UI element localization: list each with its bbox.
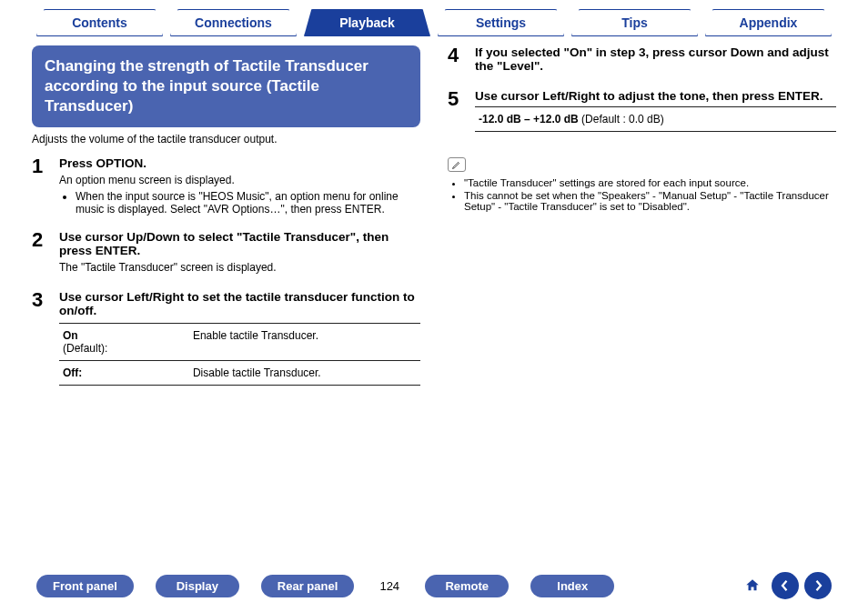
range-value: -12.0 dB – +12.0 dB: [479, 113, 579, 125]
nav-icons: [739, 572, 832, 599]
step-title: Use cursor Up/Down to select "Tactile Tr…: [59, 230, 420, 257]
step-bullet: When the input source is "HEOS Music", a…: [76, 190, 420, 216]
prev-icon[interactable]: [772, 572, 799, 599]
page-number: 124: [376, 579, 403, 593]
next-icon[interactable]: [804, 572, 832, 599]
range-default: (Default : 0.0 dB): [579, 113, 664, 125]
table-row: Off: Disable tactile Transducer.: [59, 361, 420, 386]
front-panel-button[interactable]: Front panel: [36, 575, 134, 597]
step-title: Press OPTION.: [59, 156, 420, 170]
left-column: Changing the strength of Tactile Transdu…: [32, 45, 420, 398]
step-5: 5 Use cursor Left/Right to adjust the to…: [448, 89, 836, 132]
pencil-icon: [448, 157, 466, 172]
step-title: If you selected "On" in step 3, press cu…: [475, 45, 836, 73]
step-subtext: An option menu screen is displayed.: [59, 174, 420, 186]
remote-button[interactable]: Remote: [425, 575, 509, 597]
option-off-desc: Disable tactile Transducer.: [189, 361, 420, 386]
step-number: 4: [448, 45, 464, 76]
section-title: Changing the strength of Tactile Transdu…: [32, 45, 420, 127]
right-column: 4 If you selected "On" in step 3, press …: [448, 45, 836, 398]
step-title: Use cursor Left/Right to adjust the tone…: [475, 89, 836, 103]
tab-tips[interactable]: Tips: [571, 9, 698, 36]
step-number: 1: [32, 156, 48, 217]
step-subtext: The "Tactile Transducer" screen is displ…: [59, 261, 420, 274]
note-item: This cannot be set when the "Speakers" -…: [464, 190, 836, 212]
option-on-desc: Enable tactile Transducer.: [189, 324, 420, 361]
display-button[interactable]: Display: [156, 575, 239, 597]
rear-panel-button[interactable]: Rear panel: [261, 575, 354, 597]
tab-contents[interactable]: Contents: [36, 9, 163, 36]
index-button[interactable]: Index: [530, 575, 614, 597]
section-subtitle: Adjusts the volume of the tactile transd…: [32, 133, 420, 145]
option-off-label: Off:: [63, 366, 82, 379]
step-1: 1 Press OPTION. An option menu screen is…: [32, 156, 420, 217]
range-box: -12.0 dB – +12.0 dB (Default : 0.0 dB): [475, 106, 836, 132]
table-row: On (Default): Enable tactile Transducer.: [59, 324, 420, 361]
step-title: Use cursor Left/Right to set the tactile…: [59, 290, 420, 317]
step-number: 2: [32, 230, 48, 277]
content-area: Changing the strength of Tactile Transdu…: [0, 36, 868, 398]
options-table: On (Default): Enable tactile Transducer.…: [59, 323, 420, 386]
option-on-label: On: [63, 329, 78, 342]
tab-settings[interactable]: Settings: [438, 9, 564, 36]
home-icon[interactable]: [739, 572, 766, 599]
footer: Front panel Display Rear panel 124 Remot…: [0, 572, 868, 599]
step-number: 5: [448, 89, 464, 132]
tab-appendix[interactable]: Appendix: [705, 9, 832, 36]
notes-list: "Tactile Transducer" settings are stored…: [448, 177, 836, 212]
step-3: 3 Use cursor Left/Right to set the tacti…: [32, 290, 420, 386]
option-on-default: (Default):: [63, 342, 107, 355]
step-number: 3: [32, 290, 48, 386]
note-item: "Tactile Transducer" settings are stored…: [464, 177, 836, 188]
tab-playback[interactable]: Playback: [304, 9, 430, 36]
step-4: 4 If you selected "On" in step 3, press …: [448, 45, 836, 76]
step-2: 2 Use cursor Up/Down to select "Tactile …: [32, 230, 420, 277]
top-tabs: Contents Connections Playback Settings T…: [0, 0, 868, 36]
tab-connections[interactable]: Connections: [170, 9, 297, 36]
